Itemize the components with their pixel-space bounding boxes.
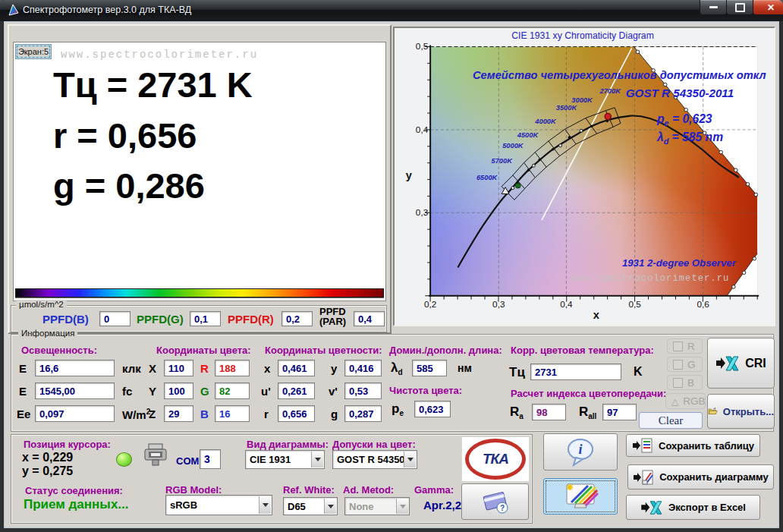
svg-text:0,5: 0,5 xyxy=(628,299,641,309)
save-table-button[interactable]: Сохранить таблицу xyxy=(626,434,760,457)
ppfd-g-label: PPFD(G) xyxy=(137,313,184,326)
checkbox-r[interactable]: R xyxy=(667,338,703,354)
screen-select-button[interactable]: Экран:5 xyxy=(15,44,52,59)
chevron-down-icon xyxy=(396,499,408,514)
chrom-y-label: y xyxy=(331,362,337,375)
observer-annotation: 1931 2-degree Observer xyxy=(622,257,737,269)
chrom-y-field[interactable]: 0,416 xyxy=(344,360,382,376)
cct-field[interactable]: 2731 xyxy=(530,364,621,380)
lux-e2-label: E xyxy=(19,385,27,398)
save-diagram-icon xyxy=(633,468,654,486)
z-label: Z xyxy=(149,408,156,420)
ref-white-dropdown[interactable]: D65 xyxy=(283,497,338,515)
lux-e2-field[interactable]: 1545,00 xyxy=(35,382,115,399)
checkbox-b[interactable]: B xyxy=(667,375,703,390)
connection-led xyxy=(116,452,132,467)
rgb-model-dropdown[interactable]: sRGB xyxy=(165,495,272,515)
lux-ee-field[interactable]: 0,097 xyxy=(35,405,115,422)
gost-annotation: GOST R 54350-2011 xyxy=(626,87,734,99)
save-diagram-button[interactable]: Сохранить диаграмму xyxy=(627,464,774,490)
svg-text:6500K: 6500K xyxy=(476,174,498,181)
display-watermark: www.spectrocolorimeter.ru xyxy=(61,49,258,61)
export-excel-button[interactable]: Экспорт в Excel xyxy=(626,495,760,520)
tolerance-dropdown[interactable]: GOST R 54350 xyxy=(332,450,417,469)
ppfd-r-field[interactable]: 0,2 xyxy=(281,311,313,326)
g-field[interactable]: 82 xyxy=(215,382,250,399)
clear-button[interactable]: Clear xyxy=(639,412,703,429)
gamma-label: Gamma: xyxy=(414,484,454,496)
chrom-u-field[interactable]: 0,261 xyxy=(278,382,315,399)
help-button[interactable]: ? xyxy=(461,483,529,520)
excel-x-icon xyxy=(715,354,740,373)
lux-e2-unit: fc xyxy=(122,385,132,398)
cursor-position: x = 0,229y = 0,275 xyxy=(22,451,73,478)
open-folder-icon xyxy=(708,405,718,418)
minimize-button[interactable] xyxy=(700,0,727,15)
chrom-v-field[interactable]: 0,53 xyxy=(344,382,382,399)
measured-point-marker xyxy=(605,113,611,119)
app-icon xyxy=(7,4,20,17)
com-field[interactable]: 3 xyxy=(200,449,221,469)
svg-text:0,3: 0,3 xyxy=(416,207,429,217)
ra-field[interactable]: 98 xyxy=(532,404,566,420)
cri-calc-title: Расчет индекса цветопередачи: xyxy=(511,388,666,399)
maximize-button[interactable] xyxy=(726,0,753,15)
title-bar: Спектрофотометр вер.3.0 для ТКА-ВД ✕ xyxy=(0,0,783,21)
diagram-kind-dropdown[interactable]: CIE 1931 xyxy=(245,450,325,469)
x-label: X xyxy=(149,362,156,375)
chevron-down-icon xyxy=(311,452,323,467)
chrom-v-label: v' xyxy=(329,385,338,398)
y-field[interactable]: 100 xyxy=(164,382,193,399)
window-title: Спектрофотометр вер.3.0 для ТКА-ВД xyxy=(23,5,191,15)
cct-unit: K xyxy=(634,365,643,379)
tolerance-label: Допуски на цвет: xyxy=(332,439,416,450)
b-label: B xyxy=(200,408,209,420)
pe-label: pe xyxy=(392,401,404,417)
chromaticity-diagram[interactable]: CIE 1931 xy Chromaticity Diagram Семейст… xyxy=(395,28,771,322)
diagram-watermark: www.spectrocolorimeter.ru xyxy=(571,273,729,284)
chevron-down-icon xyxy=(404,452,416,467)
ra-label: Ra xyxy=(510,405,524,420)
svg-text:3500K: 3500K xyxy=(556,104,578,112)
ppfd-g-field[interactable]: 0,1 xyxy=(190,311,221,326)
z-field[interactable]: 29 xyxy=(164,405,193,422)
excel-x-icon xyxy=(640,499,663,516)
cri-button[interactable]: CRI xyxy=(707,338,775,389)
purity-title: Чистота цвета: xyxy=(389,385,462,396)
y-axis-label: y xyxy=(406,169,413,181)
info-group-title: Информация xyxy=(18,329,77,338)
gamma-value: Apr.2,2 xyxy=(423,499,461,512)
application-window: Спектрофотометр вер.3.0 для ТКА-ВД ✕ Экр… xyxy=(0,0,783,532)
xyz-title: Координаты цвета: xyxy=(156,345,251,356)
info-button[interactable]: i xyxy=(543,433,618,471)
color-monitor-icon xyxy=(562,481,599,512)
com-label: COM xyxy=(176,455,199,467)
lux-e1-field[interactable]: 16,6 xyxy=(35,360,115,376)
b-field[interactable]: 16 xyxy=(215,405,250,422)
spectrum-strip xyxy=(15,288,384,297)
display-cct-value: Тц = 2731 K xyxy=(53,64,253,105)
chrom-g-field[interactable]: 0,287 xyxy=(344,405,382,422)
pe-field[interactable]: 0,623 xyxy=(414,401,451,417)
open-button[interactable]: Открыть... xyxy=(707,394,775,429)
info-icon: i xyxy=(563,436,598,468)
rall-field[interactable]: 97 xyxy=(602,404,637,420)
svg-text:0,6: 0,6 xyxy=(697,299,710,309)
r-field[interactable]: 188 xyxy=(215,360,250,376)
ad-metod-dropdown[interactable]: None xyxy=(344,497,410,515)
checkbox-rgb[interactable]: △RGB xyxy=(665,393,706,409)
checkbox-g[interactable]: G xyxy=(667,357,703,372)
svg-text:0,2: 0,2 xyxy=(424,299,436,309)
chrom-r-field[interactable]: 0,656 xyxy=(278,405,315,422)
svg-text:4000K: 4000K xyxy=(534,118,557,125)
close-button[interactable]: ✕ xyxy=(753,0,783,15)
x-field[interactable]: 110 xyxy=(164,360,193,376)
save-table-icon xyxy=(632,437,653,454)
lambda-d-field[interactable]: 585 xyxy=(412,360,447,376)
screens-button[interactable] xyxy=(543,478,618,515)
ppfd-b-field[interactable]: 0 xyxy=(99,311,130,326)
ppfd-par-field[interactable]: 0,4 xyxy=(354,311,385,326)
chromaticity-panel[interactable]: CIE 1931 xy Chromaticity Diagram Семейст… xyxy=(393,27,775,326)
illuminance-title: Освещенность: xyxy=(21,345,97,356)
chrom-x-field[interactable]: 0,461 xyxy=(278,360,315,376)
